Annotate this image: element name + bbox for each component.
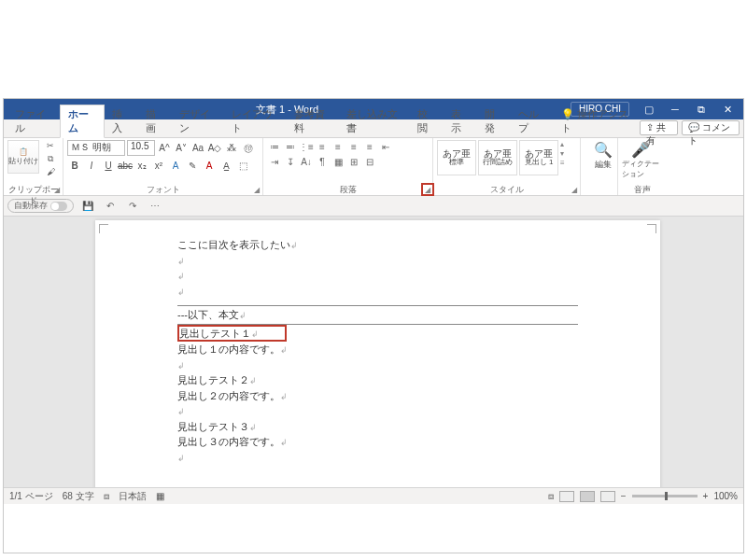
zoom-in-icon[interactable]: + bbox=[703, 491, 709, 501]
tell-me-search[interactable]: 💡 操作アシスト bbox=[554, 105, 640, 137]
group-paragraph-label: 段落 bbox=[267, 184, 429, 195]
italic-button[interactable]: I bbox=[84, 158, 99, 173]
para-icon-10[interactable]: A↓ bbox=[299, 155, 314, 168]
para-icon-2[interactable]: ⋮≡ bbox=[299, 140, 314, 153]
font-name-select[interactable]: ＭＳ 明朝 bbox=[67, 140, 125, 156]
enclose-char-icon[interactable]: ㊞ bbox=[241, 141, 256, 156]
para-icon-12[interactable]: ▦ bbox=[331, 155, 345, 168]
share-button[interactable]: ⇪ 共有 bbox=[640, 120, 678, 135]
tab-8[interactable]: 校閲 bbox=[410, 105, 444, 137]
para-icon-5[interactable]: ≡ bbox=[346, 140, 361, 153]
autosave-toggle[interactable]: 自動保存 bbox=[7, 199, 74, 213]
change-case-icon[interactable]: Aa bbox=[190, 141, 205, 156]
group-font-label: フォント bbox=[67, 184, 259, 195]
paste-button[interactable]: 📋貼り付け bbox=[7, 140, 39, 174]
char-border-icon[interactable]: ⬚ bbox=[235, 158, 250, 173]
document-body[interactable]: ここに目次を表示したい↲ ↲ ↲ ↲ ---以下、本文↲ 見出しテスト１↲ 見出… bbox=[177, 237, 578, 465]
para-icon-7[interactable]: ⇤ bbox=[378, 140, 393, 153]
superscript-button[interactable]: x² bbox=[151, 158, 166, 173]
highlight-icon[interactable]: ✎ bbox=[185, 158, 200, 173]
clear-format-icon[interactable]: A◇ bbox=[207, 141, 222, 156]
styles-more-icon[interactable]: ▴▾≡ bbox=[560, 140, 571, 167]
find-icon: 🔍 bbox=[594, 140, 613, 159]
group-clipboard-label: クリップボード bbox=[7, 184, 59, 195]
para-icon-6[interactable]: ≡ bbox=[362, 140, 377, 153]
bold-button[interactable]: B bbox=[67, 158, 82, 173]
tab-4[interactable]: デザイン bbox=[172, 105, 224, 137]
tab-9[interactable]: 表示 bbox=[444, 105, 477, 137]
para-icon-9[interactable]: ↧ bbox=[283, 155, 298, 168]
zoom-out-icon[interactable]: − bbox=[621, 491, 627, 501]
strike-button[interactable]: abc bbox=[118, 158, 133, 173]
page-count[interactable]: 1/1 ページ bbox=[9, 490, 53, 503]
dictation-button[interactable]: 🎤 ディクテーション bbox=[622, 140, 659, 179]
word-count[interactable]: 68 文字 bbox=[63, 490, 94, 503]
read-mode-icon[interactable] bbox=[559, 491, 574, 502]
shrink-font-icon[interactable]: A˅ bbox=[174, 141, 189, 156]
tab-7[interactable]: 差し込み文書 bbox=[339, 105, 410, 137]
paragraph-launcher-icon[interactable]: ◢ bbox=[421, 183, 434, 196]
para-icon-4[interactable]: ≡ bbox=[331, 140, 345, 153]
char-shading-icon[interactable]: A̲ bbox=[218, 158, 233, 173]
font-size-select[interactable]: 10.5 bbox=[127, 140, 155, 156]
ribbon-display-icon[interactable]: ▢ bbox=[637, 100, 661, 119]
zoom-level[interactable]: 100% bbox=[713, 491, 738, 501]
tab-3[interactable]: 描画 bbox=[138, 105, 172, 137]
para-icon-1[interactable]: ≕ bbox=[283, 140, 298, 153]
style-1[interactable]: あア亜行間詰め bbox=[478, 140, 517, 175]
mic-icon: 🎤 bbox=[631, 140, 650, 159]
minimize-icon[interactable]: ─ bbox=[663, 100, 687, 119]
copy-icon[interactable]: ⧉ bbox=[43, 153, 58, 164]
para-icon-13[interactable]: ⊞ bbox=[346, 155, 361, 168]
style-2[interactable]: あア亜見出し 1 bbox=[519, 140, 558, 175]
para-icon-0[interactable]: ≔ bbox=[267, 140, 282, 153]
tab-10[interactable]: 開発 bbox=[477, 105, 511, 137]
zoom-slider[interactable] bbox=[632, 495, 698, 497]
redo-icon[interactable]: ↷ bbox=[124, 201, 141, 211]
margin-corner-icon bbox=[99, 224, 108, 233]
cut-icon[interactable]: ✂ bbox=[43, 140, 58, 151]
margin-corner-icon bbox=[647, 224, 656, 233]
font-launcher-icon[interactable]: ◢ bbox=[252, 185, 261, 194]
tab-0[interactable]: ファイル bbox=[7, 105, 60, 137]
para-icon-3[interactable]: ≡ bbox=[315, 140, 330, 153]
group-styles-label: スタイル bbox=[437, 184, 576, 195]
phonetic-icon[interactable]: ⁂ bbox=[224, 141, 239, 156]
undo-icon[interactable]: ↶ bbox=[102, 201, 119, 211]
format-painter-icon[interactable]: 🖌 bbox=[43, 166, 58, 177]
web-layout-icon[interactable] bbox=[600, 491, 615, 502]
spellcheck-icon[interactable]: ⧈ bbox=[104, 491, 109, 502]
macro-icon[interactable]: ▦ bbox=[156, 491, 164, 501]
language-status[interactable]: 日本語 bbox=[119, 490, 147, 503]
text-effects-icon[interactable]: A bbox=[168, 158, 183, 173]
clipboard-launcher-icon[interactable]: ◢ bbox=[52, 185, 62, 194]
tab-6[interactable]: 参考資料 bbox=[287, 105, 339, 137]
group-voice-label: 音声 bbox=[622, 184, 663, 195]
print-layout-icon[interactable] bbox=[580, 491, 595, 502]
tab-5[interactable]: レイアウト bbox=[224, 105, 286, 137]
grow-font-icon[interactable]: A^ bbox=[157, 141, 172, 156]
maximize-icon[interactable]: ⧉ bbox=[689, 100, 713, 119]
edit-menu[interactable]: 🔍 編集 bbox=[585, 140, 622, 171]
para-icon-11[interactable]: ¶ bbox=[315, 155, 330, 168]
styles-launcher-icon[interactable]: ◢ bbox=[570, 185, 579, 194]
para-icon-8[interactable]: ⇥ bbox=[267, 155, 282, 168]
para-icon-14[interactable]: ⊟ bbox=[362, 155, 377, 168]
font-color-icon[interactable]: A bbox=[202, 158, 217, 173]
tab-1[interactable]: ホーム bbox=[60, 105, 105, 138]
focus-mode-icon[interactable]: ⧈ bbox=[548, 491, 554, 502]
close-icon[interactable]: ✕ bbox=[715, 100, 740, 119]
qat-customize-icon[interactable]: ⋯ bbox=[147, 201, 163, 211]
save-icon[interactable]: 💾 bbox=[79, 201, 96, 211]
underline-button[interactable]: U bbox=[101, 158, 116, 173]
subscript-button[interactable]: x₂ bbox=[134, 158, 149, 173]
tab-11[interactable]: ヘルプ bbox=[511, 105, 554, 137]
comment-button[interactable]: 💬 コメント bbox=[682, 120, 740, 135]
heading1-selection: 見出しテスト１↲ bbox=[177, 325, 287, 343]
style-0[interactable]: あア亜標準 bbox=[437, 140, 476, 175]
tab-2[interactable]: 挿入 bbox=[105, 105, 138, 137]
